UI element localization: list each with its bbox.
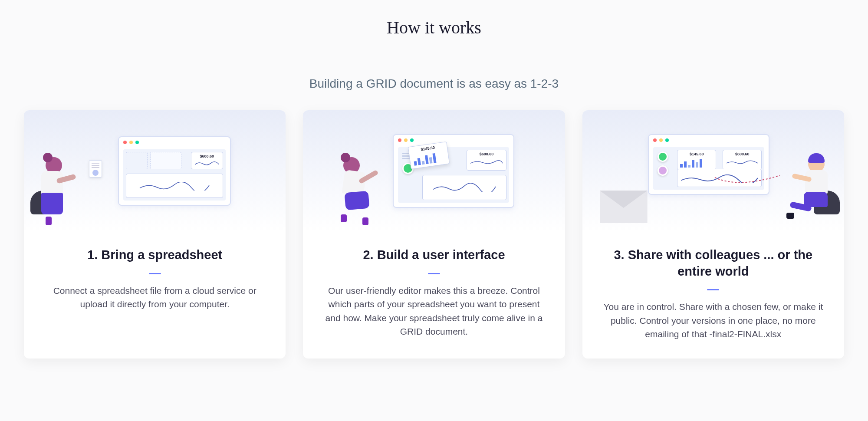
amount-label: $600.60 xyxy=(480,152,494,156)
card-step-3: $145.60 $600.60 xyxy=(582,110,844,359)
subtitle: Building a GRID document is as easy as 1… xyxy=(22,77,846,91)
card-title: 3. Share with colleagues ... or the enti… xyxy=(582,247,844,280)
amount-label: $600.60 xyxy=(735,152,750,156)
cards-row: $600.60 xyxy=(22,110,846,359)
card-description: You are in control. Share with a chosen … xyxy=(582,300,844,341)
illustration-bring-spreadsheet: $600.60 xyxy=(24,110,286,232)
amount-label: $145.60 xyxy=(421,145,435,151)
illustration-share: $145.60 $600.60 xyxy=(582,110,844,232)
divider-icon xyxy=(707,289,719,290)
card-description: Our user-friendly editor makes this a br… xyxy=(303,284,565,339)
envelope-icon xyxy=(600,191,648,223)
card-title: 1. Bring a spreadsheet xyxy=(24,247,286,263)
card-step-1: $600.60 xyxy=(24,110,286,359)
amount-label: $600.60 xyxy=(200,154,214,158)
divider-icon xyxy=(149,273,161,274)
main-title: How it works xyxy=(22,17,846,38)
illustration-build-ui: $600.60 $145.60 xyxy=(303,110,565,232)
card-step-2: $600.60 $145.60 xyxy=(303,110,565,359)
amount-label: $145.60 xyxy=(690,152,704,156)
divider-icon xyxy=(428,273,440,274)
card-description: Connect a spreadsheet file from a cloud … xyxy=(24,284,286,311)
card-title: 2. Build a user interface xyxy=(303,247,565,263)
